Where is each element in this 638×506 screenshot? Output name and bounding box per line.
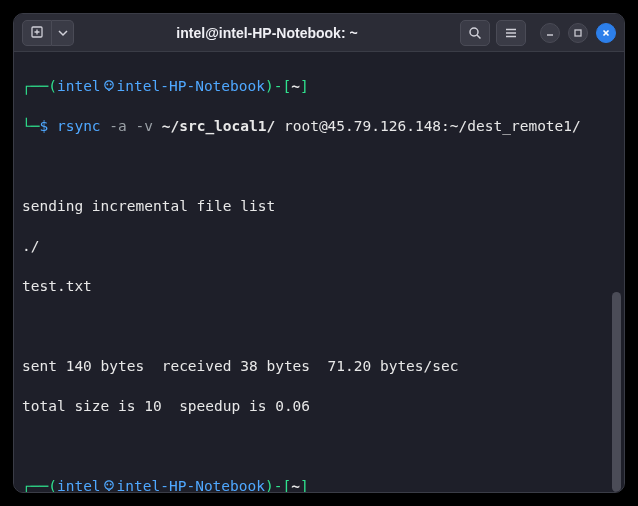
titlebar-right-group (460, 20, 616, 46)
hamburger-icon (504, 26, 518, 40)
titlebar: intel@intel-HP-Notebook: ~ (14, 14, 624, 52)
svg-rect-9 (575, 30, 581, 36)
output-line: total size is 10 speedup is 0.06 (22, 396, 616, 416)
svg-point-3 (470, 28, 478, 36)
cmd-flag-v: -v (136, 118, 153, 134)
terminal-window: intel@intel-HP-Notebook: ~ ┌──(intel (13, 13, 625, 493)
svg-point-17 (109, 484, 111, 486)
window-title: intel@intel-HP-Notebook: ~ (80, 25, 454, 41)
kali-skull-icon (101, 479, 117, 492)
prompt-dollar: $ (39, 118, 48, 134)
svg-point-15 (104, 481, 112, 489)
maximize-icon (573, 28, 583, 38)
svg-point-14 (109, 84, 111, 86)
maximize-button[interactable] (568, 23, 588, 43)
prompt-line-1: ┌──(intelintel-HP-Notebook)-[~] (22, 76, 616, 96)
output-line: test.txt (22, 276, 616, 296)
close-icon (601, 28, 611, 38)
cmd-name: rsync (57, 118, 101, 134)
prompt-host: intel-HP-Notebook (117, 78, 265, 94)
new-tab-button[interactable] (22, 20, 52, 46)
output-line: sending incremental file list (22, 196, 616, 216)
titlebar-left-group (22, 20, 74, 46)
new-tab-icon (30, 25, 45, 40)
command-line-1: └─$ rsync -a -v ~/src_local1/ root@45.79… (22, 116, 616, 136)
blank-line (22, 156, 616, 176)
cmd-arg-src: ~/src_local1/ (162, 118, 276, 134)
output-line: ./ (22, 236, 616, 256)
close-button[interactable] (596, 23, 616, 43)
prompt-line-2: ┌──(intelintel-HP-Notebook)-[~] (22, 476, 616, 492)
minimize-button[interactable] (540, 23, 560, 43)
hamburger-menu-button[interactable] (496, 20, 526, 46)
svg-point-16 (106, 484, 108, 486)
minimize-icon (545, 28, 555, 38)
prompt-user: intel (57, 478, 101, 492)
kali-skull-icon (101, 79, 117, 93)
chevron-down-icon (58, 28, 68, 38)
blank-line (22, 436, 616, 456)
search-icon (468, 26, 482, 40)
prompt-host: intel-HP-Notebook (117, 478, 265, 492)
blank-line (22, 316, 616, 336)
output-line: sent 140 bytes received 38 bytes 71.20 b… (22, 356, 616, 376)
prompt-cwd: ~ (291, 78, 300, 94)
svg-point-12 (104, 81, 112, 89)
svg-line-4 (477, 35, 481, 39)
cmd-arg-dest: root@45.79.126.148:~/dest_remote1/ (284, 118, 581, 134)
prompt-user: intel (57, 78, 101, 94)
terminal-body[interactable]: ┌──(intelintel-HP-Notebook)-[~] └─$ rsyn… (14, 52, 624, 492)
new-tab-dropdown-button[interactable] (52, 20, 74, 46)
search-button[interactable] (460, 20, 490, 46)
cmd-flag-a: -a (109, 118, 126, 134)
window-buttons (540, 23, 616, 43)
scrollbar-thumb[interactable] (612, 292, 621, 492)
svg-point-13 (106, 84, 108, 86)
prompt-cwd: ~ (291, 478, 300, 492)
